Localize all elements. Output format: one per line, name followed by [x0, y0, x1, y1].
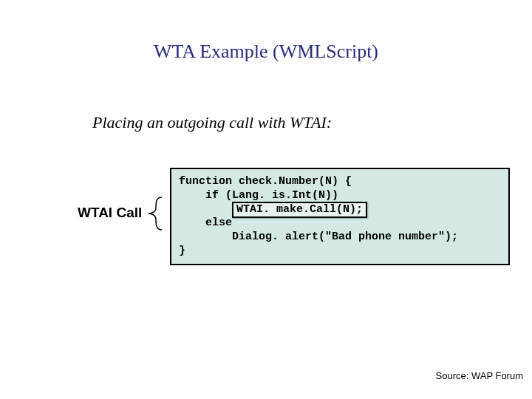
code-line-2: if (Lang. is.Int(N)) [179, 189, 338, 202]
slide-subtitle: Placing an outgoing call with WTAI: [92, 113, 332, 132]
curly-brace-icon [146, 196, 168, 231]
source-attribution: Source: WAP Forum [436, 370, 523, 381]
code-line-4: else [179, 216, 232, 229]
code-line-1: function check.Number(N) { [179, 175, 352, 188]
code-line-5: Dialog. alert("Bad phone number"); [179, 231, 458, 243]
highlighted-call: WTAI. make.Call(N); [232, 202, 367, 219]
slide: WTA Example (WMLScript) Placing an outgo… [0, 0, 532, 399]
slide-title: WTA Example (WMLScript) [0, 41, 532, 63]
code-line-3-indent [179, 203, 232, 216]
wtai-call-label: WTAI Call [78, 205, 142, 221]
code-line-6: } [179, 245, 185, 257]
code-box: function check.Number(N) { if (Lang. is.… [170, 168, 510, 265]
